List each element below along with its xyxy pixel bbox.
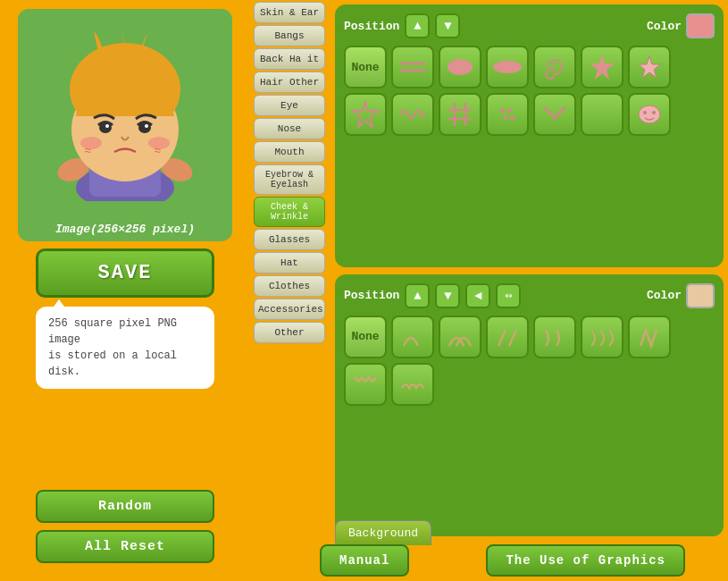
sidebar-item-accessories[interactable]: Accessories <box>254 299 325 320</box>
svg-point-31 <box>639 105 660 123</box>
icon-scratch5[interactable] <box>581 316 623 358</box>
icon-face[interactable] <box>628 93 671 136</box>
sidebar-item-bangs[interactable]: Bangs <box>254 25 325 46</box>
sidebar-item-eye[interactable]: Eye <box>254 95 325 116</box>
position-label-1: Position <box>344 20 399 33</box>
expand-arrow-2[interactable]: ⇔ <box>496 283 521 308</box>
down-arrow-1[interactable]: ▼ <box>435 13 460 38</box>
color-picker-2[interactable] <box>686 283 715 308</box>
icon-scratch7[interactable] <box>344 363 387 406</box>
svg-marker-22 <box>353 102 378 127</box>
position-label-2: Position <box>344 289 399 302</box>
random-button[interactable]: Random <box>36 490 214 523</box>
color-swatch-1: Color <box>647 13 715 38</box>
icon-scratch1[interactable] <box>391 316 434 358</box>
down-arrow-2[interactable]: ▼ <box>435 283 460 308</box>
icon-none-1[interactable]: None <box>344 46 387 88</box>
info-line2: is stored on a local disk. <box>48 349 177 378</box>
icon-oval-wide[interactable] <box>486 46 529 88</box>
icon-angle[interactable] <box>533 93 576 136</box>
svg-point-19 <box>493 61 522 73</box>
sidebar-item-other[interactable]: Other <box>254 322 325 343</box>
sidebar-item-clothes[interactable]: Clothes <box>254 275 325 297</box>
svg-point-30 <box>511 116 515 121</box>
save-button[interactable]: SAVE <box>36 248 214 298</box>
image-label: Image(256×256 pixel) <box>55 223 195 236</box>
svg-point-12 <box>138 122 151 133</box>
icon-swirl1[interactable] <box>533 46 576 88</box>
up-arrow-1[interactable]: ▲ <box>405 13 430 38</box>
icon-squiggle[interactable] <box>391 93 434 136</box>
svg-text:≈: ≈ <box>154 144 161 158</box>
manual-button[interactable]: Manual <box>320 544 409 577</box>
sidebar-item-back-hair[interactable]: Back Ha it <box>254 48 325 70</box>
use-graphics-button[interactable]: The Use of Graphics <box>486 544 685 577</box>
sidebar-item-nose[interactable]: Nose <box>254 118 325 139</box>
svg-point-28 <box>507 109 512 114</box>
svg-line-35 <box>509 330 516 346</box>
icon-oval1[interactable] <box>439 46 481 88</box>
character-display: ≈ ≈ Image(256×256 pixel) <box>18 9 232 241</box>
icon-scratch8[interactable] <box>391 363 434 406</box>
sidebar-item-cheek-wrinkle[interactable]: Cheek &Wrinkle <box>254 197 325 227</box>
panel-top: Position ▲ ▼ Color None <box>335 4 724 267</box>
all-reset-button[interactable]: All Reset <box>36 530 214 563</box>
info-bubble: 256 square pixel PNG image is stored on … <box>36 307 214 389</box>
sidebar-item-hair-other[interactable]: Hair Other <box>254 72 325 93</box>
left-arrow-2[interactable]: ◄ <box>465 283 490 308</box>
sidebar-item-hat[interactable]: Hat <box>254 252 325 274</box>
panel-bottom-header: Position ▲ ▼ ◄ ⇔ Color <box>344 283 715 308</box>
color-swatch-2: Color <box>647 283 715 308</box>
svg-text:≈: ≈ <box>84 144 91 158</box>
sidebar-item-skin-ear[interactable]: Skin & Ear <box>254 2 325 23</box>
sidebar-item-mouth[interactable]: Mouth <box>254 141 325 163</box>
color-picker-1[interactable] <box>686 13 715 38</box>
icon-grid-top: None <box>344 46 715 136</box>
panel-top-header: Position ▲ ▼ Color <box>344 13 715 38</box>
icon-scratch6[interactable] <box>628 316 671 358</box>
sidebar-item-glasses[interactable]: Glasses <box>254 229 325 250</box>
up-arrow-2[interactable]: ▲ <box>405 283 430 308</box>
icon-grid-bottom: None <box>344 316 715 406</box>
icon-dots[interactable] <box>486 93 529 136</box>
info-line1: 256 square pixel PNG image <box>48 317 177 346</box>
svg-point-18 <box>448 59 473 75</box>
color-label-2: Color <box>647 289 682 302</box>
svg-point-33 <box>652 111 656 114</box>
svg-point-13 <box>145 124 148 128</box>
svg-marker-20 <box>590 55 615 80</box>
icon-star1[interactable] <box>581 46 623 88</box>
bottom-buttons: Random All Reset <box>36 490 214 572</box>
svg-point-32 <box>643 111 647 114</box>
svg-marker-21 <box>639 56 660 78</box>
icon-star-pink[interactable] <box>628 46 671 88</box>
color-label-1: Color <box>647 20 682 33</box>
svg-point-10 <box>99 122 112 133</box>
icon-scratch2[interactable] <box>439 316 481 358</box>
svg-point-27 <box>500 109 505 114</box>
left-panel: ≈ ≈ Image(256×256 pixel) SAVE 256 square… <box>0 0 250 581</box>
svg-point-11 <box>105 124 109 128</box>
icon-none-2[interactable]: None <box>344 316 387 358</box>
icon-crescent[interactable] <box>581 93 623 136</box>
svg-line-34 <box>498 330 506 346</box>
icon-scratch3[interactable] <box>486 316 529 358</box>
icon-lines1[interactable] <box>391 46 434 88</box>
panel-bottom: Position ▲ ▼ ◄ ⇔ Color None <box>335 274 724 537</box>
svg-point-29 <box>504 116 508 121</box>
tab-background[interactable]: Background <box>335 520 431 545</box>
nav-sidebar: Skin & Ear Bangs Back Ha it Hair Other E… <box>250 0 329 554</box>
icon-star-outline[interactable] <box>344 93 387 136</box>
icon-hash[interactable] <box>439 93 481 136</box>
sidebar-item-eyebrow-eyelash[interactable]: Eyebrow &Eyelash <box>254 164 325 195</box>
icon-scratch4[interactable] <box>533 316 576 358</box>
